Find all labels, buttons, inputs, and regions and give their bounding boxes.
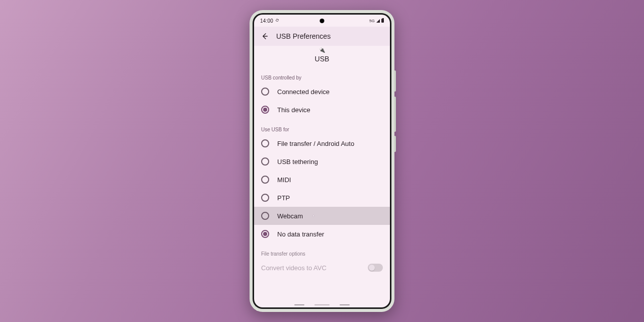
radio-label: USB tethering [277, 158, 318, 166]
radio-connected-device[interactable]: Connected device [254, 83, 390, 101]
radio-label: No data transfer [277, 230, 324, 238]
radio-label: Webcam [277, 212, 303, 220]
alarm-icon: ⏱ [275, 19, 279, 23]
page-title: USB Preferences [276, 32, 331, 40]
screen: 14:00 ⏱ 5G USB Preferences 🔌 USB [254, 15, 390, 307]
status-time: 14:00 [260, 18, 273, 24]
usb-icon: 🔌 [254, 48, 390, 53]
front-camera [320, 19, 325, 23]
radio-icon [261, 139, 269, 147]
toggle-label: Convert videos to AVC [261, 264, 327, 272]
radio-label: PTP [277, 194, 290, 202]
phone-frame: 14:00 ⏱ 5G USB Preferences 🔌 USB [250, 10, 394, 312]
section-controlled-by-label: USB controlled by [254, 67, 390, 83]
radio-icon [261, 157, 269, 166]
back-button[interactable] [260, 32, 269, 41]
radio-label: Connected device [277, 88, 330, 96]
radio-file-transfer[interactable]: File transfer / Android Auto [254, 134, 390, 152]
radio-icon-selected [261, 106, 269, 114]
radio-icon [261, 88, 269, 96]
power-button[interactable] [394, 70, 396, 92]
section-use-usb-for-label: Use USB for [254, 119, 390, 134]
radio-icon [261, 194, 269, 202]
signal-icon [376, 19, 380, 23]
radio-icon [261, 176, 269, 184]
cursor-indicator [312, 215, 314, 217]
battery-icon [381, 19, 384, 23]
back-arrow-icon [261, 32, 269, 40]
radio-webcam[interactable]: Webcam [254, 207, 390, 225]
radio-icon [261, 212, 269, 220]
radio-label: File transfer / Android Auto [277, 140, 354, 147]
radio-this-device[interactable]: This device [254, 101, 390, 119]
side-button[interactable] [394, 136, 396, 152]
usb-header: 🔌 USB [254, 46, 390, 67]
content-area: 🔌 USB USB controlled by Connected device… [254, 46, 390, 307]
radio-label: MIDI [277, 176, 291, 184]
radio-label: This device [277, 106, 310, 114]
app-bar: USB Preferences [254, 27, 390, 46]
radio-ptp[interactable]: PTP [254, 189, 390, 207]
usb-title: USB [254, 55, 390, 63]
volume-button[interactable] [394, 97, 396, 132]
screen-bezel: 14:00 ⏱ 5G USB Preferences 🔌 USB [253, 13, 391, 309]
toggle-convert-avc[interactable]: Convert videos to AVC [254, 259, 390, 277]
radio-usb-tethering[interactable]: USB tethering [254, 152, 390, 171]
network-label: 5G [369, 19, 375, 23]
gesture-bar[interactable] [294, 304, 350, 305]
toggle-switch-icon [368, 264, 383, 272]
radio-icon-selected [261, 230, 269, 238]
section-file-transfer-options-label: File transfer options [254, 243, 390, 259]
radio-no-data-transfer[interactable]: No data transfer [254, 225, 390, 243]
radio-midi[interactable]: MIDI [254, 171, 390, 189]
